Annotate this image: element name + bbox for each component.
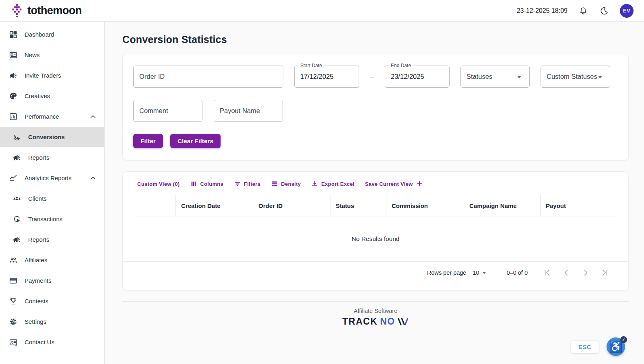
start-date-label: Start Date xyxy=(298,63,324,68)
bar-chart-icon xyxy=(9,112,18,121)
table-header-status[interactable]: Status xyxy=(330,195,386,216)
megaphone-icon xyxy=(12,153,21,162)
tracknow-logo-w-mark xyxy=(397,317,409,326)
sidebar-item-label: Invite Traders xyxy=(25,72,61,79)
sidebar-item-contact-us[interactable]: Contact Us xyxy=(0,332,104,352)
filter-button[interactable]: Filter xyxy=(133,134,163,148)
end-date-value: 23/12/2025 xyxy=(391,73,424,80)
plus-icon xyxy=(416,180,423,187)
filters-panel: Order ID Start Date 17/12/2025 – End Dat… xyxy=(122,54,629,160)
sidebar-item-label: Contact Us xyxy=(25,339,54,345)
line-chart-icon xyxy=(9,174,18,183)
rows-per-page-select[interactable]: 10 xyxy=(473,269,488,277)
chevron-down-icon xyxy=(596,72,605,81)
sidebar-item-label: Reports xyxy=(28,236,50,243)
sidebar-item-transactions[interactable]: Transactions xyxy=(0,209,104,229)
clear-filters-button[interactable]: Clear Filters xyxy=(170,134,221,148)
sidebar-item-analytics-reports[interactable]: Analytics Reports xyxy=(0,168,104,188)
sidebar-item-performance[interactable]: Performance xyxy=(0,106,104,127)
table-header-payout[interactable]: Payout xyxy=(540,195,603,216)
sidebar-item-settings[interactable]: Settings xyxy=(0,311,104,332)
sidebar-item-label: Settings xyxy=(25,318,46,325)
start-date-value: 17/12/2025 xyxy=(300,73,334,80)
trophy-icon xyxy=(9,297,18,306)
density-button[interactable]: Density xyxy=(271,180,301,187)
chevron-down-icon xyxy=(480,269,488,277)
sidebar-item-label: Contests xyxy=(25,298,48,304)
next-page-icon[interactable] xyxy=(581,268,590,278)
last-page-icon[interactable] xyxy=(600,268,610,278)
table-toolbar: Custom View (0) Columns Filters xyxy=(123,178,628,189)
sidebar-item-creatives[interactable]: Creatives xyxy=(0,86,104,106)
page-title: Conversion Statistics xyxy=(122,34,629,45)
columns-icon xyxy=(190,180,197,187)
top-bar: tothemoon 23-12-2025 18:09 EV xyxy=(0,0,644,22)
chevron-up-icon[interactable] xyxy=(89,174,97,182)
custom-view-button[interactable]: Custom View (0) xyxy=(137,181,180,187)
notifications-bell-icon[interactable] xyxy=(578,6,588,16)
sidebar-item-contests[interactable]: Contests xyxy=(0,291,104,311)
gear-icon xyxy=(9,317,18,326)
sidebar-item-dashboard[interactable]: Dashboard xyxy=(0,24,104,45)
brand-logo[interactable]: tothemoon xyxy=(10,4,82,18)
first-page-icon[interactable] xyxy=(542,268,552,278)
sidebar-item-news[interactable]: News xyxy=(0,45,104,65)
rocket-logo-icon xyxy=(10,4,23,18)
sidebar-item-affiliates[interactable]: Affiliates xyxy=(0,250,104,270)
custom-statuses-select[interactable]: Custom Statuses xyxy=(541,66,610,88)
tracknow-logo: TRACK NO xyxy=(342,316,409,327)
rows-per-page-label: Rows per page xyxy=(427,269,466,276)
export-excel-button[interactable]: Export Excel xyxy=(311,180,354,187)
sidebar-item-clients[interactable]: Clients xyxy=(0,188,104,209)
save-current-view-button[interactable]: Save Current View xyxy=(365,180,423,187)
footer: Affiliate Software TRACK NO xyxy=(122,301,629,327)
table-header-order-id[interactable]: Order ID xyxy=(253,195,330,216)
sidebar-item-label: Creatives xyxy=(25,93,50,99)
contact-card-icon xyxy=(9,338,18,347)
pagination-range: 0–0 of 0 xyxy=(507,269,528,276)
dark-mode-moon-icon[interactable] xyxy=(599,6,609,16)
columns-button[interactable]: Columns xyxy=(190,180,223,187)
chevron-up-icon[interactable] xyxy=(89,113,97,121)
order-id-label: Order ID xyxy=(139,73,165,80)
header-datetime: 23-12-2025 18:09 xyxy=(517,7,568,14)
columns-label: Columns xyxy=(200,181,223,187)
accessibility-check-badge: ✓ xyxy=(620,336,627,343)
palette-icon xyxy=(9,92,18,101)
sidebar: Dashboard News Invite Traders xyxy=(0,22,105,364)
esc-button[interactable]: ESC xyxy=(571,341,599,353)
sidebar-item-label: Performance xyxy=(25,113,59,120)
sidebar-item-label: Reports xyxy=(28,154,50,161)
sidebar-item-label: Payments xyxy=(25,277,52,284)
accessibility-widget-button[interactable]: ♿ ✓ xyxy=(607,337,625,356)
sidebar-item-label: News xyxy=(25,51,40,58)
dashboard-icon xyxy=(9,30,18,39)
end-date-field[interactable]: End Date 23/12/2025 xyxy=(385,66,450,88)
tracknow-logo-no: NO xyxy=(380,316,395,327)
comment-field[interactable]: Comment xyxy=(133,100,202,122)
payout-name-field[interactable]: Payout Name xyxy=(214,100,283,122)
filters-button[interactable]: Filters xyxy=(234,180,260,187)
footer-tagline: Affiliate Software xyxy=(122,308,629,314)
table-pagination: Rows per page 10 0–0 of 0 xyxy=(123,261,628,283)
user-avatar[interactable]: EV xyxy=(620,4,634,18)
sidebar-item-reports-analytics[interactable]: Reports xyxy=(0,229,104,250)
sidebar-item-label: Clients xyxy=(28,195,47,202)
statuses-select[interactable]: Statuses xyxy=(460,66,530,88)
sidebar-item-payments[interactable]: Payments xyxy=(0,270,104,291)
previous-page-icon[interactable] xyxy=(561,268,571,278)
table-header-creation-date[interactable]: Creation Date xyxy=(175,195,253,216)
chevron-down-icon xyxy=(515,72,524,81)
results-table-card: Custom View (0) Columns Filters xyxy=(122,171,629,291)
sidebar-item-label: Affiliates xyxy=(25,257,47,263)
brand-name: tothemoon xyxy=(27,4,82,17)
table-header-commission[interactable]: Commission xyxy=(386,195,464,216)
date-range-separator: – xyxy=(370,72,374,81)
megaphone-icon xyxy=(9,71,18,80)
order-id-field[interactable]: Order ID xyxy=(133,66,283,88)
sidebar-item-invite-traders[interactable]: Invite Traders xyxy=(0,65,104,86)
table-header-campaign-name[interactable]: Campaign Name xyxy=(464,195,540,216)
start-date-field[interactable]: Start Date 17/12/2025 xyxy=(294,66,359,88)
sidebar-item-reports-performance[interactable]: Reports xyxy=(0,147,104,168)
sidebar-item-conversions[interactable]: Conversions xyxy=(0,127,104,147)
